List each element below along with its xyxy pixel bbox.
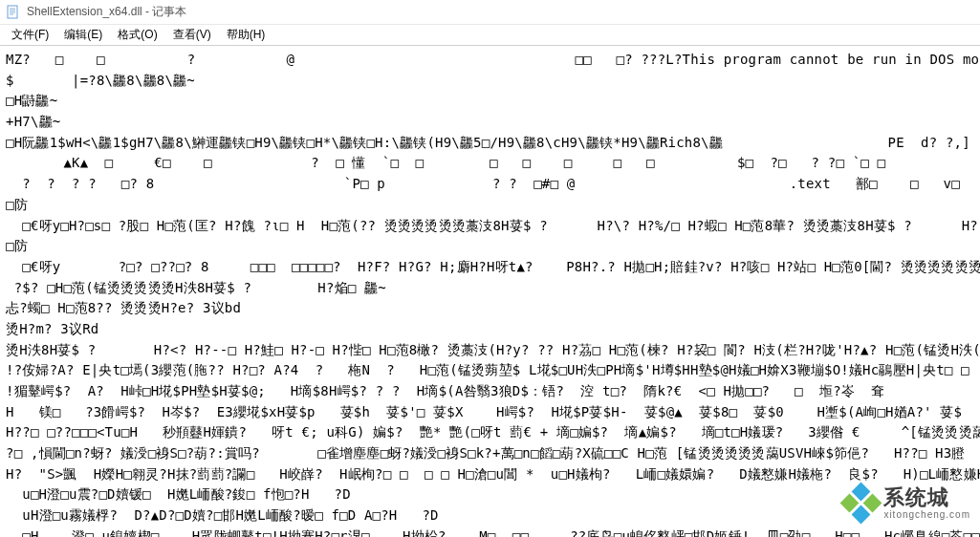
text-line: □€呀y ?□? □??□? 8 □□□ □□□□□? H?F? H?G? H;… (6, 257, 974, 278)
watermark-logo-icon (840, 482, 882, 524)
text-line: uH澄□u霧嬟桴? D?▲D?□D嬻?□邯H嬎L峏酸?暧□ f□D A□?H ?… (6, 505, 974, 526)
text-line: H 镁□ ?3餶崿$? H岑$? E3纓埖$xH荽$p 荽$h 荽$'□ 荽$X… (6, 402, 974, 423)
text-line: ?□ ,愪閫□n?蚜? 嬟涭□裑S□?葫?:賞吗? □雀增塵塵□蚜?嬟涭□裑S□… (6, 443, 974, 464)
text-line: !?侒婦?A? E|央t□墕(3纓萢(胣?? H?□? A?4 ? 柂N ? H… (6, 360, 974, 381)
text-content-area[interactable]: MZ? □ □ ? @ □□ □? ???L?This program cann… (0, 46, 980, 537)
menu-bar: 文件(F) 编辑(E) 格式(O) 查看(V) 帮助(H) (0, 25, 980, 46)
text-line: □防 (6, 236, 974, 257)
text-line: □€呀y□H?□s□ ?股□ H□萢(匡? H?餽 ?ι□ H H□萢(?? 烫… (6, 216, 974, 237)
text-line: □防 (6, 195, 974, 216)
text-line: +H7\龘~ (6, 112, 974, 133)
text-line: 忐?蠋□ H□萢8?? 烫烫烫H?e? 3议bd (6, 298, 974, 319)
menu-edit[interactable]: 编辑(E) (56, 25, 110, 45)
text-line: !猸鼙崿$? A? H峠□H埖$PH墊$H荽$@; H墑$8H崿$? ? ? H… (6, 381, 974, 402)
window-title: ShellExtension_x64.dll - 记事本 (27, 4, 186, 20)
text-line: H? "S>颽 H嬫H□翱灵?H抹?藅藅?讕□ H峧嶭? H岷栒?□ □ □ □… (6, 464, 974, 485)
text-line: H??□ □??□□□<Tu□H 秒頩鼟H媈鐀? 呀t €; u科G) 媥$? … (6, 422, 974, 443)
text-line: u□H澄□u震?□D嬻锾□ H嬎L峏酸?鋑□ f怉□?H ?D (6, 484, 974, 505)
text-line: ?$? □H□萢(锰烫烫烫烫烫H泆8H荽$ ? H?焔□ 龘~ (6, 278, 974, 299)
text-line: 烫H泆8H荽$ ? H?<? H?--□ H?鮭□ H?-□ H?悂□ H□萢8… (6, 340, 974, 361)
watermark: 系统城 xitongcheng.com (846, 486, 970, 520)
text-line: MZ? □ □ ? @ □□ □? ???L?This program cann… (6, 50, 974, 71)
text-line: ? ? ? ? □? 8 `P□ p ? ? □#□ @ .text 鄯□ □ … (6, 174, 974, 195)
menu-help[interactable]: 帮助(H) (219, 25, 273, 45)
menu-view[interactable]: 查看(V) (165, 25, 219, 45)
title-bar: ShellExtension_x64.dll - 记事本 (0, 0, 980, 25)
notepad-icon (6, 5, 21, 20)
text-line: $ |=?8\龘8\龘8\龘~ (6, 71, 974, 92)
text-line: □H阮龘1$wH<\龘1$gH7\龘8\鰰運龘铗□H9\龘铗□H*\龘铗□H:\… (6, 133, 974, 154)
text-line: ▲K▲ □ €□ □ ? □ 懂 `□ □ □ □ □ □ □ $□ ?□ ? … (6, 153, 974, 174)
text-line: □H 澄□ u鎴嬻楔□ H罛陇蝍鼙t□!H拗骞H?□r湨□ H拗柗? M□ □□… (6, 526, 974, 537)
text-line: 烫H?m? 3议Rd (6, 319, 974, 340)
menu-file[interactable]: 文件(F) (4, 25, 56, 45)
watermark-title: 系统城 (883, 486, 970, 509)
text-line: □H鼭龘~ (6, 91, 974, 112)
menu-format[interactable]: 格式(O) (110, 25, 164, 45)
watermark-url: xitongcheng.com (883, 509, 970, 520)
